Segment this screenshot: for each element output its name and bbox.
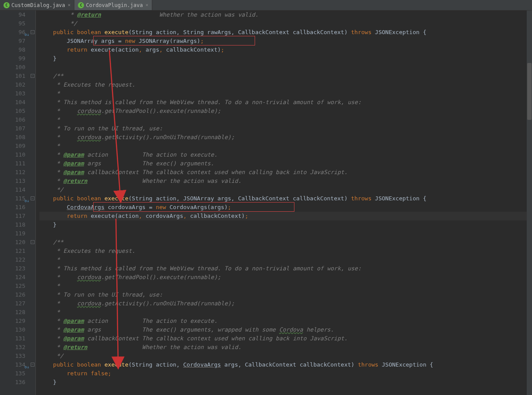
code-line[interactable]: * To run on the UI thread, use: [39,290,532,299]
line-number: 104 [0,98,25,107]
line-number-gutter: 9495969798991001011021031041051061071081… [0,10,30,395]
line-number: 100 [0,63,25,72]
code-line[interactable]: * [39,282,532,290]
line-number: 99 [0,54,25,63]
code-line[interactable]: * [39,142,532,150]
java-class-icon: C [4,2,10,8]
line-number: 106 [0,115,25,124]
code-line[interactable]: * @param action The action to execute. [39,150,532,159]
line-number: 94 [0,10,25,19]
code-line[interactable]: */ [39,352,532,360]
line-number: 131 [0,334,25,343]
override-gutter-icon[interactable] [24,30,29,34]
code-line[interactable]: * This method is called from the WebView… [39,98,532,107]
line-number: 98 [0,45,25,54]
line-number: 116 [0,203,25,212]
code-line[interactable]: } [39,220,532,229]
code-line[interactable]: * To run on the UI thread, use: [39,124,532,133]
fold-toggle-icon[interactable]: − [31,363,35,367]
line-number: 117 [0,212,25,220]
code-line[interactable]: return execute(action, args, callbackCon… [39,45,532,54]
code-line[interactable]: * @return Whether the action was valid. [39,343,532,352]
code-line[interactable]: public boolean execute(String action, Co… [39,360,532,369]
fold-column: −−−−− [30,10,36,395]
code-line[interactable]: public boolean execute(String action, St… [39,28,532,37]
code-line[interactable]: * [39,255,532,264]
code-line[interactable] [39,63,532,72]
code-line[interactable]: * @param args The exec() arguments, wrap… [39,325,532,334]
fold-toggle-icon[interactable]: − [31,240,35,244]
code-line[interactable]: return false; [39,369,532,378]
code-line[interactable] [39,229,532,238]
tab-label: CordovaPlugin.java [86,2,143,8]
line-number: 135 [0,369,25,378]
code-line[interactable]: * Executes the request. [39,247,532,255]
line-number: 134 [0,360,25,369]
code-line[interactable]: } [39,54,532,63]
code-line[interactable]: */ [39,19,532,28]
line-number: 126 [0,290,25,299]
code-line[interactable]: * cordova.getThreadPool().execute(runnab… [39,273,532,282]
line-number: 102 [0,80,25,89]
line-number: 121 [0,247,25,255]
code-line[interactable]: * @param callbackContext The callback co… [39,168,532,177]
line-number: 125 [0,282,25,290]
line-number: 101 [0,72,25,80]
fold-toggle-icon[interactable]: − [31,74,35,78]
file-tab[interactable]: CCustomDialog.java× [0,0,74,10]
code-line[interactable]: * cordova.getActivity().runOnUiThread(ru… [39,133,532,142]
file-tab[interactable]: CCordovaPlugin.java× [74,0,152,10]
line-number: 108 [0,133,25,142]
line-number: 114 [0,185,25,194]
line-number: 107 [0,124,25,133]
line-number: 132 [0,343,25,352]
code-line[interactable]: * @param action The action to execute. [39,317,532,325]
code-line[interactable]: } [39,378,532,387]
line-number: 127 [0,299,25,308]
line-number: 119 [0,229,25,238]
line-number: 111 [0,159,25,168]
close-icon[interactable]: × [68,2,71,8]
line-number: 130 [0,325,25,334]
code-line[interactable]: return execute(action, cordovaArgs, call… [39,212,532,220]
code-line[interactable]: * This method is called from the WebView… [39,264,532,273]
code-line[interactable]: /** [39,238,532,247]
code-line[interactable]: * cordova.getThreadPool().execute(runnab… [39,107,532,115]
line-number: 118 [0,220,25,229]
line-number: 109 [0,142,25,150]
java-class-icon: C [78,2,84,8]
code-area[interactable]: * @return Whether the action was valid. … [36,10,532,395]
code-line[interactable]: * @param callbackContext The callback co… [39,334,532,343]
code-line[interactable]: * @param args The exec() arguments. [39,159,532,168]
code-line[interactable]: * [39,115,532,124]
code-line[interactable]: * [39,89,532,98]
line-number: 136 [0,378,25,387]
line-number: 129 [0,317,25,325]
override-gutter-icon[interactable] [24,362,29,367]
line-number: 113 [0,177,25,185]
code-line[interactable]: CordovaArgs cordovaArgs = new CordovaArg… [39,203,532,212]
line-number: 133 [0,352,25,360]
code-line[interactable]: */ [39,185,532,194]
fold-toggle-icon[interactable]: − [31,30,35,34]
fold-toggle-icon[interactable]: − [31,196,35,200]
code-line[interactable]: * @return Whether the action was valid. [39,10,532,19]
line-number: 95 [0,19,25,28]
code-line[interactable]: * cordova.getActivity().runOnUiThread(ru… [39,299,532,308]
line-number: 115 [0,194,25,203]
line-number: 122 [0,255,25,264]
scrollbar-thumb[interactable] [527,63,532,120]
code-line[interactable]: public boolean execute(String action, JS… [39,194,532,203]
code-line[interactable]: * Executes the request. [39,80,532,89]
override-gutter-icon[interactable] [24,196,29,200]
editor-area: 9495969798991001011021031041051061071081… [0,10,532,395]
line-number: 120 [0,238,25,247]
code-line[interactable]: * [39,308,532,317]
scrollbar-track[interactable] [527,10,532,395]
editor-tabs: CCustomDialog.java×CCordovaPlugin.java× [0,0,532,10]
code-line[interactable]: /** [39,72,532,80]
close-icon[interactable]: × [146,2,149,8]
code-line[interactable]: * @return Whether the action was valid. [39,177,532,185]
code-line[interactable]: JSONArray args = new JSONArray(rawArgs); [39,37,532,45]
line-number: 128 [0,308,25,317]
